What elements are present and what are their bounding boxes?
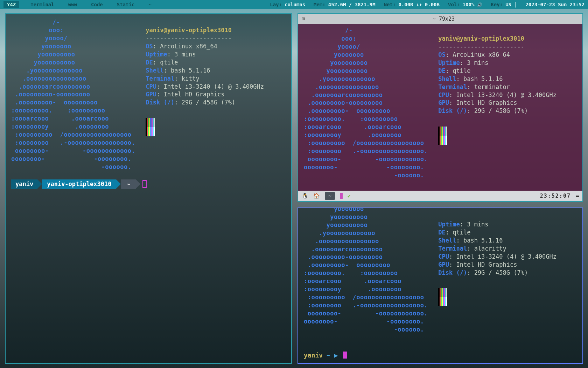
color-swatches — [438, 288, 556, 306]
cursor-icon — [142, 180, 147, 188]
workspace-terminal[interactable]: Terminal — [28, 1, 57, 8]
key-label: Key: — [491, 2, 503, 7]
color-swatches — [146, 118, 264, 136]
color-swatches — [438, 127, 556, 145]
datetime: 2023-07-23 Sun 23:52 — [525, 2, 584, 7]
top-bar: Y4Z Terminal www Code Static ~ Lay: colu… — [0, 0, 588, 9]
kitty-terminal-window[interactable]: /- ooo: yoooo/ yooooooo yooooooooo yoooo… — [5, 13, 292, 364]
sysinfo-alacritty: Uptime: 3 mins DE: qtile Shell: bash 5.1… — [438, 212, 556, 334]
workspace-static[interactable]: Static — [114, 1, 138, 8]
layout-value: columns — [285, 2, 305, 7]
ascii-logo: /- ooo: yoooo/ yooooooo yooooooooo yoooo… — [304, 27, 428, 179]
tux-icon[interactable] — [302, 192, 308, 199]
mem-label: Mem: — [314, 2, 326, 7]
ascii-logo: /- ooo: yoooo/ yooooooo yooooooooo yoooo… — [304, 207, 428, 334]
mem-value: 452.6M / 3821.9M — [328, 2, 376, 7]
separator-icon: │ — [514, 2, 517, 7]
terminator-title: ~ 79x23 — [308, 15, 579, 22]
net-down: 0.00B ↓↑ — [398, 2, 422, 7]
net-up: 0.00B — [425, 2, 440, 7]
cursor-icon — [340, 193, 343, 199]
new-tab-icon[interactable]: ⊞ — [302, 15, 305, 22]
terminator-statusbar: ~ ✔ 23:52:07 ▬ — [298, 191, 582, 201]
prompt-arrow-icon: ▶ — [334, 352, 338, 359]
check-icon: ✔ — [348, 192, 351, 199]
ascii-logo: /- ooo: yoooo/ yooooooo yooooooooo yoooo… — [11, 18, 135, 171]
battery-icon: ▬ — [576, 192, 579, 199]
status-cwd: ~ — [325, 192, 335, 200]
volume-icon — [477, 2, 482, 7]
terminator-terminal-window[interactable]: ⊞ ~ 79x23 /- ooo: yoooo/ yooooooo yooooo… — [298, 13, 583, 202]
cursor-icon — [343, 352, 347, 359]
sysinfo-terminator: yaniv@yaniv-optiplex3010 ---------------… — [438, 27, 556, 179]
prompt-cwd: ~ — [327, 352, 334, 359]
alacritty-prompt[interactable]: yaniv ~ ▶ — [304, 351, 347, 360]
sysinfo-kitty: yaniv@yaniv-optiplex3010 ---------------… — [146, 18, 264, 171]
workspace-code[interactable]: Code — [88, 1, 106, 8]
net-label: Net: — [384, 2, 396, 7]
prompt-user: yaniv — [11, 179, 37, 189]
layout-label: Lay: — [270, 2, 282, 7]
prompt-host: yaniv-optiplex3010 — [42, 179, 116, 189]
kitty-prompt[interactable]: yaniv yaniv-optiplex3010 ~ — [11, 179, 286, 189]
terminator-titlebar[interactable]: ⊞ ~ 79x23 — [298, 14, 582, 24]
home-icon[interactable] — [313, 192, 320, 199]
workspace-www[interactable]: www — [65, 1, 80, 8]
prompt-cwd: ~ — [121, 179, 135, 189]
vol-label: Vol: — [448, 2, 460, 7]
vol-value: 100% — [463, 2, 475, 7]
alacritty-terminal-window[interactable]: /- ooo: yoooo/ yooooooo yooooooooo yoooo… — [298, 207, 583, 364]
key-value: US — [505, 2, 511, 7]
workspace-y4z[interactable]: Y4Z — [4, 1, 19, 8]
status-clock: 23:52:07 — [540, 192, 571, 199]
prompt-user: yaniv — [304, 352, 323, 359]
workspace-tilde[interactable]: ~ — [146, 1, 154, 8]
